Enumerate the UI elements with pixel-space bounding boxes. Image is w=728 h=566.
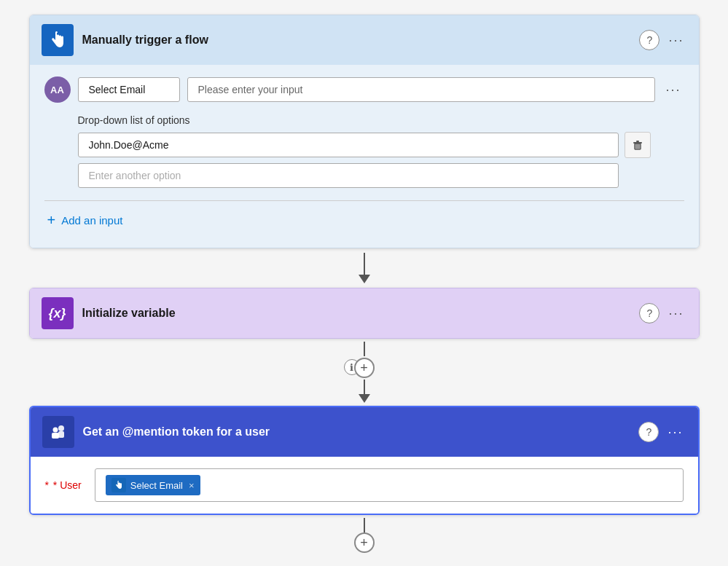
trigger-card: Manually trigger a flow ? ··· AA Select … [29, 15, 700, 248]
dropdown-section-label: Drop-down list of options [78, 114, 684, 126]
connector-line-1 [364, 253, 365, 275]
init-icon-box: {x} [42, 297, 74, 329]
user-input-box[interactable]: Select Email × [95, 468, 684, 502]
connector-line-top [364, 342, 365, 356]
add-input-button[interactable]: + Add an input [47, 210, 123, 230]
init-card: {x} Initialize variable ? ··· [29, 288, 700, 339]
select-email-icon [114, 480, 124, 490]
trigger-input-more-button[interactable]: ··· [662, 81, 684, 99]
plus-icon: + [360, 361, 368, 376]
connector-line-bottom [364, 380, 365, 394]
help-icon: ? [647, 307, 653, 319]
help-icon: ? [647, 34, 653, 46]
dropdown-option-1-input[interactable] [78, 133, 619, 157]
dropdown-option-1 [78, 132, 651, 158]
connector-plus: ℹ + [343, 339, 386, 406]
teams-icon [48, 422, 69, 442]
teams-help-button[interactable]: ? [638, 422, 659, 442]
card-divider [44, 200, 684, 201]
connector-arrow-head-1 [359, 275, 370, 283]
trigger-card-title: Manually trigger a flow [82, 34, 631, 47]
svg-point-6 [58, 425, 64, 431]
trigger-help-button[interactable]: ? [639, 30, 659, 50]
info-icon: ℹ [350, 362, 353, 373]
svg-rect-9 [52, 433, 59, 439]
flow-container: Manually trigger a flow ? ··· AA Select … [29, 15, 700, 556]
trigger-more-button[interactable]: ··· [665, 31, 686, 50]
user-field-row: * * User Select Email × [45, 468, 684, 502]
svg-rect-4 [633, 142, 642, 144]
stub-plus-icon: + [360, 535, 368, 551]
user-tag-text: Select Email [130, 480, 183, 491]
connector-arrow-head-2 [359, 394, 370, 403]
trigger-card-header: Manually trigger a flow ? ··· [30, 15, 699, 65]
add-input-label: Add an input [61, 214, 122, 227]
teams-header-actions: ? ··· [638, 422, 686, 442]
svg-rect-5 [636, 141, 639, 142]
help-icon: ? [646, 426, 652, 438]
trash-icon [631, 138, 644, 152]
init-more-button[interactable]: ··· [665, 304, 686, 323]
plus-icon: + [47, 213, 56, 227]
dropdown-option-2 [78, 162, 651, 189]
teams-card: Get an @mention token for a user ? ··· *… [29, 406, 700, 515]
delete-placeholder [625, 162, 651, 189]
stub-plus-button[interactable]: + [354, 532, 375, 553]
trigger-card-body: AA Select Email Please enter your input … [30, 65, 699, 248]
add-step-button[interactable]: + [354, 358, 375, 378]
init-header-actions: ? ··· [639, 303, 686, 323]
avatar: AA [44, 76, 71, 103]
trigger-icon [47, 30, 68, 50]
trigger-input-value-box[interactable]: Please enter your input [187, 77, 656, 102]
teams-card-title: Get an @mention token for a user [83, 425, 630, 439]
teams-card-body: * * User Select Email × [31, 457, 698, 514]
init-help-button[interactable]: ? [639, 303, 659, 323]
svg-point-8 [52, 428, 58, 433]
trigger-input-row: AA Select Email Please enter your input … [44, 76, 684, 103]
teams-card-header: Get an @mention token for a user ? ··· [31, 407, 698, 457]
connector-stub-bottom: + [354, 515, 375, 556]
teams-more-button[interactable]: ··· [665, 423, 686, 441]
user-tag-icon [111, 478, 126, 492]
required-asterisk: * [45, 479, 49, 491]
user-field-label: * * User [45, 479, 83, 491]
user-tag-close-button[interactable]: × [189, 480, 195, 491]
stub-line [364, 518, 365, 532]
dropdown-options [78, 132, 651, 189]
trigger-header-actions: ? ··· [639, 30, 686, 50]
connector-arrow-1 [359, 248, 370, 288]
trigger-input-label-box[interactable]: Select Email [78, 77, 180, 102]
user-tag: Select Email × [106, 475, 200, 495]
trigger-icon-box [42, 24, 74, 56]
svg-rect-7 [58, 431, 64, 438]
init-card-title: Initialize variable [82, 307, 631, 320]
init-icon: {x} [48, 306, 66, 321]
init-card-header: {x} Initialize variable ? ··· [30, 288, 699, 338]
dropdown-option-2-input[interactable] [78, 163, 619, 188]
dropdown-delete-button[interactable] [625, 132, 651, 158]
teams-icon-box [42, 416, 74, 448]
